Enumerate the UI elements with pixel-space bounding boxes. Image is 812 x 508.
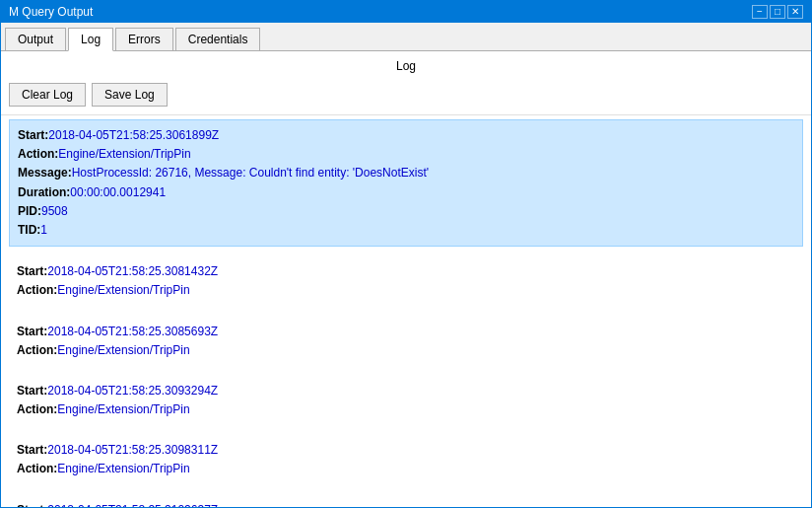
log-entry[interactable]: Start: 2018-04-05T21:58:25.3098311ZActio… — [9, 435, 803, 484]
log-container[interactable]: Start: 2018-04-05T21:58:25.3061899ZActio… — [1, 114, 811, 507]
log-field-label: Message: — [18, 164, 72, 182]
log-field-row: Action: Engine/Extension/TripPin — [17, 400, 795, 419]
log-section-title: Log — [1, 51, 811, 79]
log-field-label: Action: — [17, 281, 57, 300]
close-button[interactable]: ✕ — [787, 5, 803, 19]
log-field-value: 2018-04-05T21:58:25.3093294Z — [47, 382, 218, 400]
minimize-button[interactable]: − — [752, 5, 768, 19]
log-entry[interactable]: Start: 2018-04-05T21:58:25.3081432ZActio… — [9, 256, 803, 306]
log-field-label: PID: — [18, 202, 41, 221]
clear-log-button[interactable]: Clear Log — [9, 83, 86, 107]
log-field-row: Duration: 00:00:00.0012941 — [18, 183, 794, 202]
log-field-label: Start: — [17, 382, 47, 400]
log-field-row: Start: 2018-04-05T21:58:25.3102637Z — [17, 501, 795, 507]
log-field-value: Engine/Extension/TripPin — [57, 400, 189, 419]
log-field-value: Engine/Extension/TripPin — [57, 281, 189, 300]
log-field-value: HostProcessId: 26716, Message: Couldn't … — [72, 164, 429, 182]
log-field-row: Start: 2018-04-05T21:58:25.3093294Z — [17, 382, 795, 400]
log-field-value: Engine/Extension/TripPin — [57, 460, 189, 478]
save-log-button[interactable]: Save Log — [92, 83, 168, 107]
log-entry[interactable]: Start: 2018-04-05T21:58:25.3085693ZActio… — [9, 317, 803, 366]
log-entry[interactable]: Start: 2018-04-05T21:58:25.3102637ZActio… — [9, 495, 803, 507]
tab-log[interactable]: Log — [68, 28, 113, 51]
log-entry[interactable]: Start: 2018-04-05T21:58:25.3061899ZActio… — [9, 119, 803, 247]
title-bar: M Query Output − □ ✕ — [1, 1, 811, 23]
window-title: M Query Output — [9, 5, 93, 19]
log-field-row: Message: HostProcessId: 26716, Message: … — [18, 164, 794, 182]
log-field-value: Engine/Extension/TripPin — [57, 341, 189, 360]
log-field-label: Start: — [17, 323, 47, 341]
log-field-row: Start: 2018-04-05T21:58:25.3085693Z — [17, 323, 795, 341]
tab-output[interactable]: Output — [5, 28, 66, 51]
log-field-label: Action: — [17, 460, 57, 478]
log-field-label: Duration: — [18, 183, 70, 202]
log-field-row: Start: 2018-04-05T21:58:25.3098311Z — [17, 441, 795, 460]
log-field-value: 00:00:00.0012941 — [70, 183, 166, 202]
log-field-label: Start: — [17, 262, 47, 281]
log-field-value: 2018-04-05T21:58:25.3085693Z — [47, 323, 218, 341]
log-field-label: Action: — [17, 341, 57, 360]
tab-credentials[interactable]: Credentials — [175, 28, 261, 51]
tab-bar: Output Log Errors Credentials — [1, 23, 811, 51]
content-area: Log Clear Log Save Log Start: 2018-04-05… — [1, 51, 811, 507]
log-field-row: Action: Engine/Extension/TripPin — [18, 145, 794, 164]
log-field-value: Engine/Extension/TripPin — [58, 145, 190, 164]
log-field-row: Action: Engine/Extension/TripPin — [17, 460, 795, 478]
log-field-row: PID: 9508 — [18, 202, 794, 221]
log-field-label: Start: — [18, 126, 48, 145]
log-field-label: Action: — [17, 400, 57, 419]
main-window: M Query Output − □ ✕ Output Log Errors C… — [0, 0, 812, 508]
log-field-row: TID: 1 — [18, 221, 794, 240]
maximize-button[interactable]: □ — [770, 5, 785, 19]
tab-errors[interactable]: Errors — [115, 28, 173, 51]
title-bar-controls: − □ ✕ — [752, 5, 803, 19]
log-field-row: Start: 2018-04-05T21:58:25.3081432Z — [17, 262, 795, 281]
log-field-row: Action: Engine/Extension/TripPin — [17, 281, 795, 300]
log-toolbar: Clear Log Save Log — [1, 79, 811, 114]
log-field-value: 2018-04-05T21:58:25.3061899Z — [48, 126, 219, 145]
log-field-row: Start: 2018-04-05T21:58:25.3061899Z — [18, 126, 794, 145]
log-entry[interactable]: Start: 2018-04-05T21:58:25.3093294ZActio… — [9, 376, 803, 425]
log-field-value: 2018-04-05T21:58:25.3102637Z — [47, 501, 218, 507]
log-field-label: Action: — [18, 145, 58, 164]
log-field-label: TID: — [18, 221, 40, 240]
log-field-label: Start: — [17, 501, 47, 507]
log-field-value: 1 — [40, 221, 47, 240]
log-field-row: Action: Engine/Extension/TripPin — [17, 341, 795, 360]
log-field-label: Start: — [17, 441, 47, 460]
log-field-value: 9508 — [41, 202, 68, 221]
log-field-value: 2018-04-05T21:58:25.3098311Z — [47, 441, 218, 460]
log-field-value: 2018-04-05T21:58:25.3081432Z — [47, 262, 218, 281]
